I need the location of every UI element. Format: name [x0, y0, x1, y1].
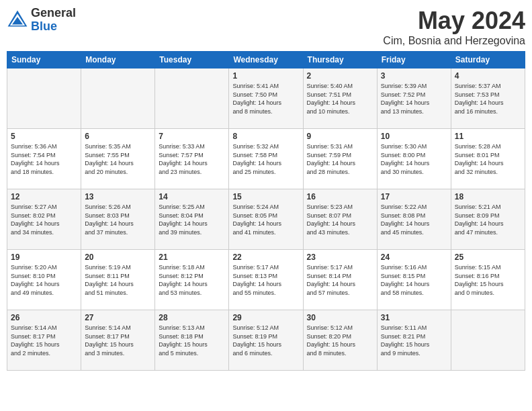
calendar-cell: 13Sunrise: 5:26 AM Sunset: 8:03 PM Dayli…: [81, 189, 155, 250]
day-number: 15: [232, 192, 299, 201]
header-row: SundayMondayTuesdayWednesdayThursdayFrid…: [7, 52, 525, 68]
calendar-cell: 14Sunrise: 5:25 AM Sunset: 8:04 PM Dayli…: [155, 189, 229, 250]
calendar-cell: 1Sunrise: 5:41 AM Sunset: 7:50 PM Daylig…: [229, 68, 303, 129]
day-info: Sunrise: 5:24 AM Sunset: 8:05 PM Dayligh…: [232, 203, 299, 236]
day-info: Sunrise: 5:23 AM Sunset: 8:07 PM Dayligh…: [307, 203, 373, 236]
calendar-cell: 20Sunrise: 5:19 AM Sunset: 8:11 PM Dayli…: [81, 250, 155, 310]
day-number: 7: [159, 132, 225, 141]
calendar-cell: 16Sunrise: 5:23 AM Sunset: 8:07 PM Dayli…: [303, 189, 377, 250]
calendar-cell: 6Sunrise: 5:35 AM Sunset: 7:55 PM Daylig…: [81, 129, 155, 189]
day-info: Sunrise: 5:12 AM Sunset: 8:19 PM Dayligh…: [232, 324, 299, 357]
title-block: May 2024 Cim, Bosnia and Herzegovina: [383, 7, 525, 47]
calendar-cell: 30Sunrise: 5:12 AM Sunset: 8:20 PM Dayli…: [303, 310, 377, 371]
day-number: 19: [11, 253, 77, 262]
day-info: Sunrise: 5:40 AM Sunset: 7:51 PM Dayligh…: [307, 82, 373, 116]
week-row-2: 5Sunrise: 5:36 AM Sunset: 7:54 PM Daylig…: [7, 129, 525, 189]
calendar-cell: 24Sunrise: 5:16 AM Sunset: 8:15 PM Dayli…: [377, 250, 451, 310]
calendar-cell: [155, 68, 229, 129]
week-row-1: 1Sunrise: 5:41 AM Sunset: 7:50 PM Daylig…: [7, 68, 525, 129]
calendar-cell: 10Sunrise: 5:30 AM Sunset: 8:00 PM Dayli…: [377, 129, 451, 189]
day-header-wednesday: Wednesday: [229, 52, 303, 68]
day-number: 1: [232, 71, 299, 81]
logo-text: General Blue: [31, 7, 76, 34]
day-number: 16: [307, 192, 373, 201]
calendar-cell: 22Sunrise: 5:17 AM Sunset: 8:13 PM Dayli…: [229, 250, 303, 310]
day-info: Sunrise: 5:35 AM Sunset: 7:55 PM Dayligh…: [85, 142, 151, 176]
day-number: 29: [232, 313, 299, 322]
day-info: Sunrise: 5:32 AM Sunset: 7:58 PM Dayligh…: [232, 142, 299, 176]
day-info: Sunrise: 5:27 AM Sunset: 8:02 PM Dayligh…: [11, 203, 77, 236]
day-info: Sunrise: 5:16 AM Sunset: 8:15 PM Dayligh…: [381, 263, 447, 297]
calendar-cell: 31Sunrise: 5:11 AM Sunset: 8:21 PM Dayli…: [377, 310, 451, 371]
calendar-cell: 21Sunrise: 5:18 AM Sunset: 8:12 PM Dayli…: [155, 250, 229, 310]
day-number: 23: [307, 253, 373, 262]
day-number: 11: [455, 132, 521, 141]
day-number: 9: [307, 132, 373, 141]
day-header-thursday: Thursday: [303, 52, 377, 68]
calendar-cell: 5Sunrise: 5:36 AM Sunset: 7:54 PM Daylig…: [7, 129, 81, 189]
day-number: 17: [381, 192, 447, 201]
calendar-cell: 11Sunrise: 5:28 AM Sunset: 8:01 PM Dayli…: [451, 129, 525, 189]
logo-icon: [7, 9, 28, 31]
day-number: 12: [11, 192, 77, 201]
day-info: Sunrise: 5:13 AM Sunset: 8:18 PM Dayligh…: [159, 324, 225, 357]
day-info: Sunrise: 5:39 AM Sunset: 7:52 PM Dayligh…: [381, 82, 447, 116]
page-header: General Blue May 2024 Cim, Bosnia and He…: [7, 7, 525, 47]
day-info: Sunrise: 5:22 AM Sunset: 8:08 PM Dayligh…: [381, 203, 447, 236]
day-info: Sunrise: 5:41 AM Sunset: 7:50 PM Dayligh…: [232, 82, 299, 116]
day-number: 30: [307, 313, 373, 322]
day-number: 22: [232, 253, 299, 262]
day-info: Sunrise: 5:12 AM Sunset: 8:20 PM Dayligh…: [307, 324, 373, 357]
calendar-cell: 7Sunrise: 5:33 AM Sunset: 7:57 PM Daylig…: [155, 129, 229, 189]
day-info: Sunrise: 5:25 AM Sunset: 8:04 PM Dayligh…: [159, 203, 225, 236]
logo-general: General: [31, 7, 76, 20]
calendar-cell: 15Sunrise: 5:24 AM Sunset: 8:05 PM Dayli…: [229, 189, 303, 250]
day-number: 26: [11, 313, 77, 322]
calendar-cell: 29Sunrise: 5:12 AM Sunset: 8:19 PM Dayli…: [229, 310, 303, 371]
calendar-cell: 12Sunrise: 5:27 AM Sunset: 8:02 PM Dayli…: [7, 189, 81, 250]
day-number: 14: [159, 192, 225, 201]
day-info: Sunrise: 5:36 AM Sunset: 7:54 PM Dayligh…: [11, 142, 77, 176]
day-number: 27: [85, 313, 151, 322]
calendar-cell: 18Sunrise: 5:21 AM Sunset: 8:09 PM Dayli…: [451, 189, 525, 250]
day-header-monday: Monday: [81, 52, 155, 68]
calendar-cell: 26Sunrise: 5:14 AM Sunset: 8:17 PM Dayli…: [7, 310, 81, 371]
calendar-cell: 3Sunrise: 5:39 AM Sunset: 7:52 PM Daylig…: [377, 68, 451, 129]
day-info: Sunrise: 5:15 AM Sunset: 8:16 PM Dayligh…: [455, 263, 521, 297]
day-number: 31: [381, 313, 447, 322]
day-info: Sunrise: 5:33 AM Sunset: 7:57 PM Dayligh…: [159, 142, 225, 176]
calendar-cell: 19Sunrise: 5:20 AM Sunset: 8:10 PM Dayli…: [7, 250, 81, 310]
day-number: 4: [455, 71, 521, 81]
day-info: Sunrise: 5:26 AM Sunset: 8:03 PM Dayligh…: [85, 203, 151, 236]
day-number: 24: [381, 253, 447, 262]
calendar-cell: 17Sunrise: 5:22 AM Sunset: 8:08 PM Dayli…: [377, 189, 451, 250]
day-info: Sunrise: 5:20 AM Sunset: 8:10 PM Dayligh…: [11, 263, 77, 297]
calendar-cell: 23Sunrise: 5:17 AM Sunset: 8:14 PM Dayli…: [303, 250, 377, 310]
calendar-cell: 4Sunrise: 5:37 AM Sunset: 7:53 PM Daylig…: [451, 68, 525, 129]
day-number: 20: [85, 253, 151, 262]
day-info: Sunrise: 5:19 AM Sunset: 8:11 PM Dayligh…: [85, 263, 151, 297]
day-info: Sunrise: 5:31 AM Sunset: 7:59 PM Dayligh…: [307, 142, 373, 176]
day-info: Sunrise: 5:30 AM Sunset: 8:00 PM Dayligh…: [381, 142, 447, 176]
logo-blue: Blue: [31, 20, 76, 34]
day-number: 2: [307, 71, 373, 81]
calendar-cell: [81, 68, 155, 129]
day-info: Sunrise: 5:18 AM Sunset: 8:12 PM Dayligh…: [159, 263, 225, 297]
day-number: 5: [11, 132, 77, 141]
day-header-sunday: Sunday: [7, 52, 81, 68]
calendar-cell: 2Sunrise: 5:40 AM Sunset: 7:51 PM Daylig…: [303, 68, 377, 129]
day-info: Sunrise: 5:37 AM Sunset: 7:53 PM Dayligh…: [455, 82, 521, 116]
calendar-cell: [451, 310, 525, 371]
calendar-cell: 27Sunrise: 5:14 AM Sunset: 8:17 PM Dayli…: [81, 310, 155, 371]
month-title: May 2024: [383, 7, 525, 35]
week-row-3: 12Sunrise: 5:27 AM Sunset: 8:02 PM Dayli…: [7, 189, 525, 250]
location: Cim, Bosnia and Herzegovina: [383, 35, 525, 47]
day-number: 3: [381, 71, 447, 81]
day-header-saturday: Saturday: [451, 52, 525, 68]
day-number: 21: [159, 253, 225, 262]
day-number: 25: [455, 253, 521, 262]
week-row-5: 26Sunrise: 5:14 AM Sunset: 8:17 PM Dayli…: [7, 310, 525, 371]
day-number: 18: [455, 192, 521, 201]
calendar-table: SundayMondayTuesdayWednesdayThursdayFrid…: [7, 51, 525, 371]
week-row-4: 19Sunrise: 5:20 AM Sunset: 8:10 PM Dayli…: [7, 250, 525, 310]
